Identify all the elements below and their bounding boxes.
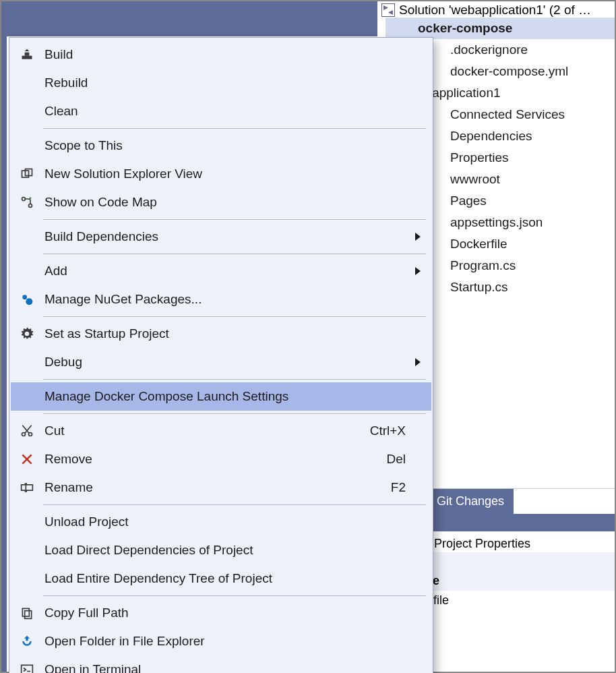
tree-item-label: Program.cs: [450, 258, 516, 273]
menu-item[interactable]: Build: [11, 40, 431, 69]
cut-icon: [11, 424, 43, 438]
svg-point-5: [22, 295, 27, 299]
terminal-icon: [11, 663, 43, 673]
menu-item[interactable]: Load Entire Dependency Tree of Project: [11, 564, 431, 593]
menu-item[interactable]: RenameF2: [11, 473, 431, 502]
tree-item-label: appsettings.json: [450, 215, 543, 230]
left-toolwell: [0, 36, 7, 673]
menu-item[interactable]: Unload Project: [11, 508, 431, 536]
menu-item-label: Scope to This: [43, 138, 431, 153]
menu-item-label: Build: [43, 47, 431, 62]
menu-item[interactable]: Build Dependencies: [11, 223, 431, 251]
menu-item[interactable]: Copy Full Path: [11, 599, 431, 627]
menu-item[interactable]: Scope to This: [11, 131, 431, 160]
tree-item-label: Connected Services: [450, 107, 565, 122]
tree-item-label: wwwroot: [450, 172, 500, 187]
tree-item-label: ocker-compose: [418, 21, 512, 36]
code-map-icon: [11, 196, 43, 209]
menu-item[interactable]: Debug: [11, 348, 431, 376]
menu-item-shortcut: Del: [386, 452, 431, 467]
submenu-arrow-icon: [415, 267, 421, 275]
tree-item-label: Dockerfile: [450, 237, 507, 252]
menu-separator: [43, 219, 426, 220]
menu-item-label: Add: [43, 264, 431, 279]
menu-item-label: Copy Full Path: [43, 606, 431, 620]
new-view-icon: [11, 167, 43, 181]
menu-item-label: Debug: [43, 355, 431, 370]
menu-separator: [43, 595, 426, 596]
menu-item-label: Cut: [43, 423, 370, 438]
menu-item[interactable]: Open in Terminal: [11, 655, 431, 673]
open-folder-icon: [11, 635, 43, 648]
tree-item[interactable]: ocker-compose: [386, 18, 615, 39]
menu-separator: [43, 379, 426, 380]
svg-rect-10: [22, 608, 29, 616]
menu-item[interactable]: RemoveDel: [11, 445, 431, 473]
menu-item-label: Manage Docker Compose Launch Settings: [43, 389, 431, 404]
menu-item-label: Build Dependencies: [43, 229, 431, 244]
solution-title: Solution 'webapplication1' (2 of …: [399, 3, 591, 18]
menu-item[interactable]: Manage Docker Compose Launch Settings: [11, 382, 431, 411]
menu-item-label: Remove: [43, 452, 386, 467]
context-menu: BuildRebuildCleanScope to ThisNew Soluti…: [9, 37, 433, 673]
menu-item-label: Open in Terminal: [43, 662, 431, 673]
menu-separator: [43, 128, 426, 129]
svg-point-6: [26, 298, 32, 305]
menu-item-shortcut: F2: [391, 480, 431, 495]
copy-icon: [11, 606, 43, 620]
nuget-icon: [11, 293, 43, 306]
svg-point-4: [29, 204, 32, 208]
menu-item[interactable]: Rebuild: [11, 69, 431, 97]
tree-item-label: Pages: [450, 194, 487, 208]
svg-point-3: [22, 198, 26, 201]
menu-item-label: Rename: [43, 480, 391, 495]
menu-item-label: Show on Code Map: [43, 195, 431, 210]
menu-item-label: Set as Startup Project: [43, 326, 431, 341]
tree-item-label: Dependencies: [450, 129, 532, 144]
tree-item-label: docker-compose.yml: [450, 64, 568, 79]
menu-item[interactable]: Load Direct Dependencies of Project: [11, 536, 431, 564]
menu-item-label: Unload Project: [43, 515, 431, 529]
menu-item[interactable]: Set as Startup Project: [11, 320, 431, 348]
solution-title-row[interactable]: Solution 'webapplication1' (2 of …: [377, 1, 615, 18]
svg-rect-9: [22, 485, 33, 490]
menu-separator: [43, 504, 426, 505]
tab-git-changes[interactable]: Git Changes: [427, 489, 514, 514]
menu-item-shortcut: Ctrl+X: [370, 423, 431, 438]
gear-icon: [11, 327, 43, 341]
svg-point-8: [29, 433, 32, 436]
menu-item[interactable]: CutCtrl+X: [11, 417, 431, 445]
submenu-arrow-icon: [415, 358, 421, 366]
menu-item[interactable]: Manage NuGet Packages...: [11, 285, 431, 314]
tree-item-label: Properties: [450, 150, 509, 165]
menu-item-label: Clean: [43, 104, 431, 119]
tree-item-label: Startup.cs: [450, 280, 508, 295]
menu-item[interactable]: Open Folder in File Explorer: [11, 627, 431, 655]
build-icon: [11, 48, 43, 61]
solution-icon: [381, 3, 395, 17]
menu-separator: [43, 254, 426, 254]
menu-item-label: Rebuild: [43, 76, 431, 90]
submenu-arrow-icon: [415, 233, 421, 241]
menu-separator: [43, 316, 426, 317]
menu-item-label: New Solution Explorer View: [43, 167, 431, 181]
menu-item-label: Load Entire Dependency Tree of Project: [43, 571, 431, 586]
menu-item-label: Manage NuGet Packages...: [43, 292, 431, 307]
tree-item-label: .dockerignore: [450, 42, 528, 57]
menu-item[interactable]: Show on Code Map: [11, 188, 431, 216]
menu-item-label: Open Folder in File Explorer: [43, 634, 431, 649]
menu-item-label: Load Direct Dependencies of Project: [43, 543, 431, 558]
rename-icon: [11, 481, 43, 494]
menu-separator: [43, 413, 426, 414]
menu-item[interactable]: Add: [11, 257, 431, 285]
menu-item[interactable]: New Solution Explorer View: [11, 160, 431, 188]
svg-point-7: [22, 433, 26, 436]
svg-rect-11: [25, 611, 32, 619]
remove-icon: [11, 452, 43, 466]
menu-item[interactable]: Clean: [11, 97, 431, 125]
svg-rect-0: [22, 56, 32, 59]
